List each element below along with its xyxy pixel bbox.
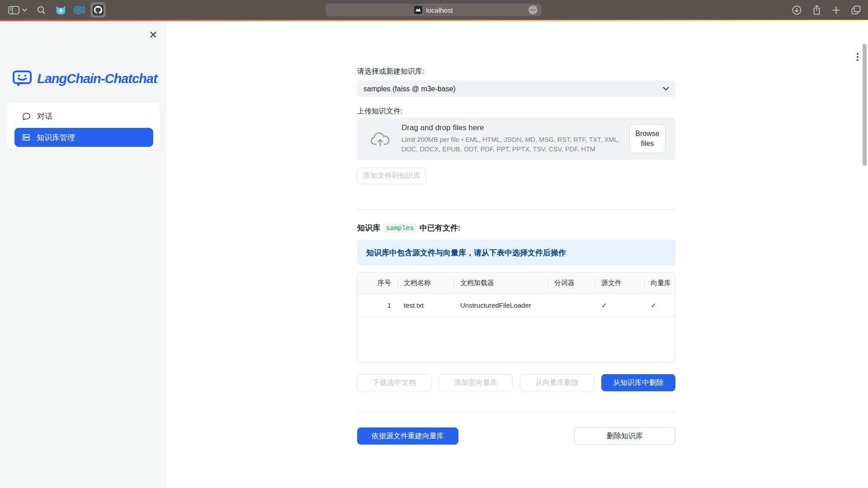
scrollbar-thumb[interactable] — [863, 44, 867, 166]
chat-bubble-icon — [22, 112, 31, 121]
row-action-buttons: 下载选中文档 添加至向量库 从向量库删除 从知识库中删除 — [357, 374, 675, 391]
dropzone-limits: Limit 200MB per file • EML, HTML, JSON, … — [401, 135, 621, 154]
app-logo-text: LangChain-Chatchat — [37, 71, 157, 86]
add-files-to-kb-button[interactable]: 添加文件到知识库 — [357, 168, 426, 184]
dropzone-text: Drag and drop files here Limit 200MB per… — [401, 123, 629, 154]
upload-label: 上传知识文件: — [357, 107, 402, 116]
cloud-upload-icon — [370, 130, 391, 148]
file-dropzone[interactable]: Drag and drop files here Limit 200MB per… — [357, 117, 675, 160]
kb-select-label: 请选择或新建知识库: — [357, 67, 424, 76]
kb-files-heading-prefix: 知识库 — [357, 223, 380, 233]
kb-files-table: 序号 文档名称 文档加载器 分词器 源文件 向量库 1 test.txt Uns… — [357, 272, 675, 363]
divider — [357, 209, 675, 210]
delete-from-kb-button[interactable]: 从知识库中删除 — [601, 374, 675, 391]
cell-source-check: ✓ — [595, 301, 644, 310]
table-row[interactable]: 1 test.txt UnstructuredFileLoader ✓ ✓ — [358, 294, 675, 317]
share-icon[interactable] — [812, 5, 821, 15]
tab-overview-icon[interactable] — [851, 5, 861, 14]
table-header: 序号 文档名称 文档加载器 分词器 源文件 向量库 — [358, 272, 675, 294]
cat-download-extension-icon[interactable] — [56, 5, 66, 15]
kb-files-heading-suffix: 中已有文件: — [420, 223, 461, 233]
kb-action-buttons: 依据源文件重建向量库 删除知识库 — [357, 427, 675, 445]
sidebar-item-label: 对话 — [37, 111, 52, 122]
dropzone-title: Drag and drop files here — [401, 123, 621, 132]
address-bar[interactable]: localhost — [326, 4, 542, 16]
chat-bubble-logo-icon — [12, 70, 32, 88]
sidebar-nav: 对话 知识库管理 — [7, 103, 160, 150]
signal-extension-icon[interactable] — [73, 5, 85, 15]
database-icon — [22, 133, 31, 142]
column-header-doc-name[interactable]: 文档名称 — [397, 279, 454, 287]
info-alert: 知识库中包含源文件与向量库，请从下表中选择文件后操作 — [357, 240, 675, 265]
toolbar-right-group — [792, 0, 861, 20]
download-selected-button[interactable]: 下载选中文档 — [357, 374, 431, 391]
delete-from-vector-store-button[interactable]: 从向量库删除 — [520, 374, 594, 391]
site-favicon — [414, 6, 422, 14]
page-content: ✕ LangChain-Chatchat — [0, 21, 868, 488]
kb-files-heading: 知识库 samples 中已有文件: — [357, 223, 461, 233]
kb-select-value: samples (faiss @ m3e-base) — [363, 85, 663, 93]
kb-name-code-chip: samples — [383, 224, 416, 233]
column-header-index[interactable]: 序号 — [358, 279, 397, 287]
column-header-loader[interactable]: 文档加载器 — [454, 279, 548, 287]
chevron-down-icon — [663, 87, 669, 91]
kb-select[interactable]: samples (faiss @ m3e-base) — [357, 80, 675, 97]
address-url: localhost — [426, 6, 453, 14]
toolbar-left-group — [8, 0, 112, 20]
info-alert-text: 知识库中包含源文件与向量库，请从下表中选择文件后操作 — [366, 248, 566, 258]
divider — [357, 412, 675, 412]
search-icon[interactable] — [37, 6, 46, 14]
sidebar-toggle-icon[interactable] — [8, 6, 19, 14]
sidebar-item-dialogue[interactable]: 对话 — [14, 107, 153, 125]
browser-window: localhost ✕ — [0, 0, 868, 488]
browser-toolbar: localhost — [0, 0, 868, 20]
app-logo: LangChain-Chatchat — [12, 70, 157, 88]
downloads-icon[interactable] — [792, 5, 802, 15]
column-header-vector-store[interactable]: 向量库 — [644, 279, 675, 287]
column-header-source-file[interactable]: 源文件 — [595, 279, 644, 287]
cell-loader: UnstructuredFileLoader — [454, 301, 548, 309]
sidebar-item-knowledge-base[interactable]: 知识库管理 — [14, 128, 153, 147]
cell-index: 1 — [358, 301, 397, 309]
add-to-vector-store-button[interactable]: 添加至向量库 — [439, 374, 513, 391]
new-tab-icon[interactable] — [832, 6, 840, 14]
browse-files-button[interactable]: Browse files — [629, 124, 665, 153]
column-header-splitter[interactable]: 分词器 — [548, 279, 595, 287]
main-content: 请选择或新建知识库: samples (faiss @ m3e-base) 上传… — [357, 21, 675, 488]
app-sidebar: ✕ LangChain-Chatchat — [0, 21, 167, 488]
cell-vector-check: ✓ — [644, 301, 675, 310]
kebab-menu-icon[interactable] — [854, 51, 862, 63]
sidebar-chevron-down-icon[interactable] — [22, 9, 27, 12]
page-options-icon[interactable] — [528, 5, 538, 15]
cell-doc-name: test.txt — [397, 301, 454, 309]
sidebar-item-label: 知识库管理 — [37, 132, 75, 143]
github-extension-icon[interactable] — [90, 2, 106, 18]
rebuild-vector-store-button[interactable]: 依据源文件重建向量库 — [357, 427, 458, 445]
delete-kb-button[interactable]: 删除知识库 — [574, 427, 675, 445]
sidebar-close-button[interactable]: ✕ — [146, 28, 160, 42]
